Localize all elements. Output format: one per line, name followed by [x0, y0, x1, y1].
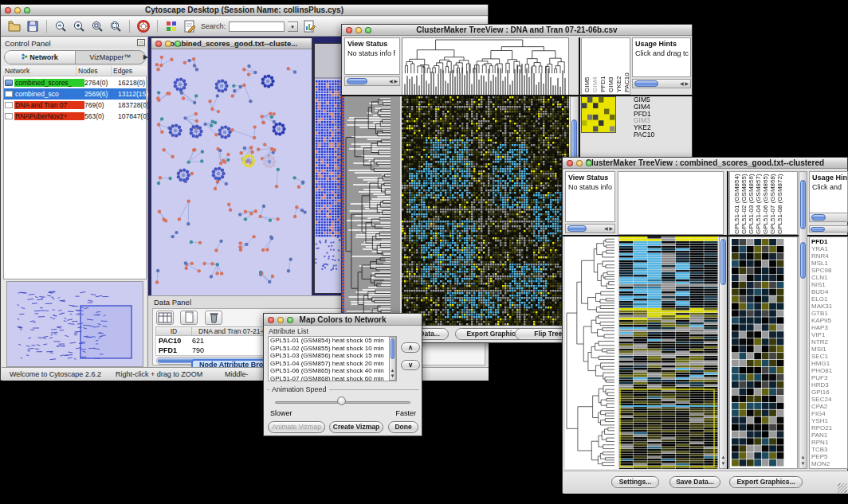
main-titlebar[interactable]: Cytoscape Desktop (Session Name: collins… — [1, 5, 488, 16]
delete-attribute-icon[interactable] — [205, 311, 222, 325]
attribute-item[interactable]: GPL51-07 (GSM868) heat shock 60 min — [269, 375, 396, 382]
zoom-in-icon[interactable] — [72, 19, 86, 33]
zoom-button[interactable] — [175, 41, 181, 47]
done-button[interactable]: Done — [388, 421, 418, 433]
tv2-hints-scrollbar[interactable] — [809, 213, 848, 222]
float-panel-icon[interactable]: ◳ — [137, 39, 145, 46]
tv1-column-dendrogram[interactable] — [402, 37, 569, 96]
attribute-list-label: Attribute List — [269, 327, 308, 335]
tv2-row-dendrogram[interactable] — [565, 236, 618, 469]
gene-label: HRD3 — [811, 381, 847, 389]
network-row[interactable]: combined_scores_2764(0)16218(0) — [4, 77, 146, 88]
tv2-titlebar[interactable]: ClusterMaker TreeView : combined_scores_… — [563, 158, 847, 169]
control-panel: Control Panel ◳ Network VizMapper™ ▶ Net… — [2, 37, 148, 371]
export-graphics-button[interactable]: Export Graphics... — [729, 476, 803, 488]
gene-label: SPC98 — [811, 267, 847, 274]
tv2-view-status-panel: View Status No status info — [565, 171, 615, 222]
network-row[interactable]: DNA and Tran 07769(0)183728(0) — [4, 100, 146, 111]
network-name: combined_scores_ — [14, 79, 84, 87]
animate-vizmap-button[interactable]: Animate Vizmap — [268, 421, 325, 433]
search-dropdown-arrow[interactable]: ▼ — [288, 21, 298, 32]
close-button[interactable] — [567, 160, 573, 166]
tab-vizmapper[interactable]: VizMapper™ — [76, 51, 146, 64]
zoom-out-icon[interactable] — [53, 19, 68, 33]
dialog-titlebar[interactable]: Map Colors to Network — [264, 314, 422, 326]
new-attribute-icon[interactable] — [180, 311, 198, 325]
network-overview-canvas[interactable] — [6, 281, 143, 367]
attribute-item[interactable]: GPL51-02 (GSM855) heat shock 10 min — [269, 345, 396, 353]
tv1-column-labels-panel: GIM5GIM4PFD1GIM3YKE2PAC10 — [581, 37, 630, 95]
create-vizmap-button[interactable]: Create Vizmap — [329, 421, 383, 433]
tv2-detail-heatmap[interactable] — [732, 239, 784, 467]
network-graph-canvas[interactable] — [151, 49, 312, 298]
minimize-button[interactable] — [277, 317, 284, 323]
help-lifering-icon[interactable] — [136, 19, 151, 33]
close-button[interactable] — [155, 41, 162, 47]
move-down-button[interactable]: ∨ — [401, 360, 420, 370]
tab-network[interactable]: Network — [5, 51, 76, 64]
tv1-status-scrollbar[interactable]: ◀ ▶ — [344, 76, 400, 86]
tv1-hints-scrollbar[interactable]: ◀ ▶ — [632, 79, 691, 88]
close-button[interactable] — [346, 27, 352, 33]
attribute-item[interactable]: GPL51-01 (GSM854) heat shock 05 min — [269, 337, 396, 345]
search-input[interactable] — [229, 21, 285, 32]
tv1-gene-list: GIM5GIM4PFD1GIM3YKE2PAC10 — [634, 96, 689, 139]
open-file-icon[interactable] — [7, 19, 22, 33]
tv2-gene-hscrollbar[interactable] — [809, 225, 848, 232]
minimize-button[interactable] — [165, 41, 171, 47]
vizmapper-icon[interactable] — [164, 19, 179, 33]
zoom-button[interactable] — [24, 7, 30, 14]
zoom-button[interactable] — [586, 160, 592, 166]
tv2-detail-vscrollbar[interactable]: ▲▼ — [799, 171, 807, 469]
control-panel-title: Control Panel — [2, 37, 147, 49]
gene-label: GTB1 — [811, 310, 847, 317]
save-icon[interactable] — [26, 19, 40, 33]
tv2-main-heatmap[interactable] — [619, 236, 718, 469]
minimize-button[interactable] — [14, 7, 21, 14]
attribute-item[interactable]: GPL51-03 (GSM856) heat shock 15 min — [269, 352, 396, 360]
close-button[interactable] — [5, 7, 11, 14]
attribute-item[interactable]: GPL51-04 (GSM857) heat shock 20 min — [269, 360, 396, 368]
network-name: DNA and Tran 07 — [14, 101, 84, 109]
minimize-button[interactable] — [576, 160, 583, 166]
tv1-row-dendrogram[interactable] — [344, 96, 400, 326]
save-data-button[interactable]: Save Data... — [669, 476, 720, 488]
column-label: YKE2 — [615, 41, 623, 92]
network-row[interactable]: RNAPuberNov2+563(0)107847(0) — [4, 111, 146, 122]
gene-label: CPA2 — [811, 403, 847, 410]
gene-label: PUF3 — [811, 374, 847, 381]
dense-network-canvas[interactable] — [315, 44, 343, 293]
move-up-button[interactable]: ∧ — [401, 342, 420, 353]
zoom-selected-icon[interactable] — [90, 19, 104, 33]
tabs-overflow-arrow[interactable]: ▶ — [143, 53, 148, 61]
search-label: Search: — [201, 22, 226, 30]
tv1-main-heatmap[interactable] — [402, 96, 569, 326]
minimize-button[interactable] — [355, 27, 362, 33]
attribute-table-icon[interactable] — [156, 311, 174, 325]
attribute-list-scrollbar[interactable]: ▲▼ — [389, 337, 396, 381]
usage-hints-text: Click and drag tc — [633, 48, 690, 57]
gene-label: PHO81 — [811, 367, 847, 374]
gene-label: MON2 — [811, 460, 847, 467]
tv2-status-scrollbar[interactable]: ◀ ▶ — [565, 224, 615, 233]
tv1-detail-heatmap[interactable] — [581, 96, 616, 133]
network-view-titlebar[interactable]: combined_scores_good.txt--cluste... — [151, 38, 312, 49]
zoom-button[interactable] — [287, 317, 293, 323]
network-view-window: combined_scores_good.txt--cluste... — [151, 37, 312, 299]
gene-label: MSI1 — [811, 346, 847, 353]
network-name: combined_sco — [14, 90, 84, 98]
tv1-titlebar[interactable]: ClusterMaker TreeView : DNA and Tran 07-… — [342, 25, 692, 36]
resize-grip[interactable] — [838, 483, 847, 493]
network-row[interactable]: combined_sco2569(6)13112(15) — [4, 88, 146, 100]
doc-icon — [5, 113, 13, 119]
settings-button[interactable]: Settings... — [611, 476, 659, 488]
attribute-report-icon[interactable] — [302, 19, 316, 33]
zoom-fit-icon[interactable] — [108, 19, 123, 33]
close-button[interactable] — [268, 317, 274, 323]
speed-slider-thumb[interactable] — [337, 397, 346, 405]
annotation-icon[interactable] — [183, 19, 197, 33]
zoom-button[interactable] — [365, 27, 371, 33]
network-edges: 183728(0) — [118, 101, 151, 109]
attribute-item[interactable]: GPL51-06 (GSM865) heat shock 40 min — [269, 367, 396, 375]
attribute-list[interactable]: GPL51-01 (GSM854) heat shock 05 minGPL51… — [268, 336, 397, 381]
